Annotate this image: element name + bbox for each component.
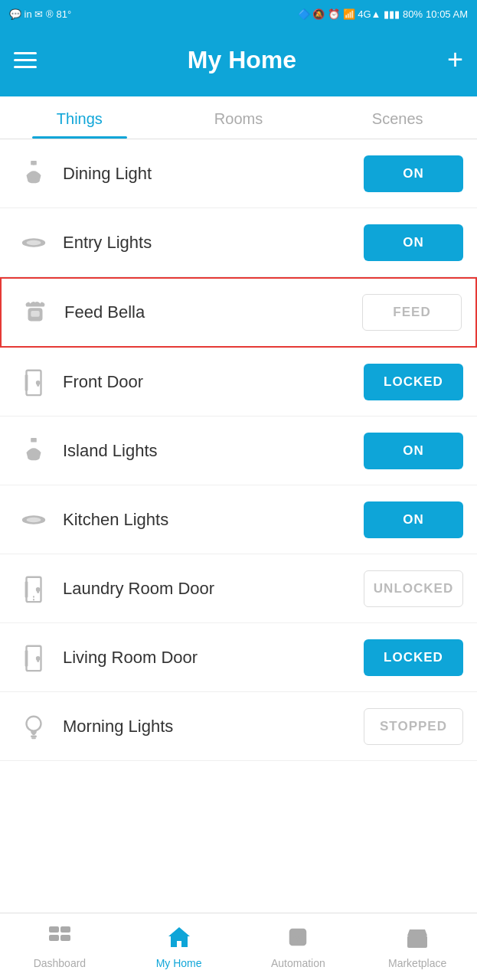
- device-btn-kitchen-lights[interactable]: ON: [364, 501, 463, 538]
- tab-things[interactable]: Things: [0, 96, 159, 139]
- svg-rect-10: [25, 374, 28, 390]
- device-name-island-lights: Island Lights: [54, 441, 364, 461]
- device-btn-living-room-door[interactable]: LOCKED: [364, 639, 463, 676]
- device-name-front-door: Front Door: [54, 372, 364, 392]
- nav-item-dashboard[interactable]: Dashboard: [0, 913, 119, 980]
- tab-scenes[interactable]: Scenes: [318, 96, 477, 139]
- dashboard-nav-label: Dashboard: [34, 957, 87, 969]
- door-lock-icon-laundry: [14, 574, 54, 603]
- device-btn-island-lights[interactable]: ON: [364, 433, 463, 469]
- ceiling-light-icon-2: [14, 436, 54, 466]
- svg-rect-29: [60, 935, 70, 941]
- connectivity-icons: 🔷 🔕 ⏰ 📶 4G▲ ▮▮▮: [298, 8, 400, 20]
- tab-rooms[interactable]: Rooms: [159, 96, 319, 139]
- svg-rect-25: [31, 737, 36, 739]
- svg-point-4: [27, 240, 41, 245]
- ceiling-light-icon: [14, 159, 54, 188]
- device-list: Dining Light ON Entry Lights ON Feed Bel…: [0, 139, 477, 761]
- dashboard-icon: [47, 925, 72, 952]
- status-left: 💬 in ✉ ® 81°: [9, 8, 71, 20]
- device-item-laundry-room-door: Laundry Room Door UNLOCKED: [0, 554, 477, 623]
- device-name-entry-lights: Entry Lights: [54, 233, 364, 253]
- bottom-nav: Dashboard My Home Automation Mar: [0, 913, 477, 980]
- status-icons: 💬 in ✉ ®: [9, 8, 54, 20]
- nav-item-my-home[interactable]: My Home: [119, 913, 239, 980]
- my-home-nav-label: My Home: [156, 957, 202, 969]
- svg-rect-24: [31, 735, 37, 737]
- marketplace-nav-label: Marketplace: [388, 957, 446, 969]
- device-item-entry-lights: Entry Lights ON: [0, 208, 477, 277]
- svg-rect-32: [414, 939, 420, 945]
- svg-rect-18: [25, 581, 28, 597]
- device-item-living-room-door: Living Room Door LOCKED: [0, 623, 477, 692]
- device-btn-morning-lights[interactable]: STOPPED: [364, 708, 463, 745]
- device-btn-dining-light[interactable]: ON: [364, 155, 463, 192]
- tabs-bar: Things Rooms Scenes: [0, 96, 477, 139]
- device-btn-front-door[interactable]: LOCKED: [364, 364, 463, 400]
- panel-light-icon: [14, 228, 54, 257]
- automation-icon: [286, 925, 310, 952]
- device-item-island-lights: Island Lights ON: [0, 416, 477, 485]
- add-button[interactable]: +: [447, 46, 463, 74]
- bulb-icon: [14, 712, 54, 741]
- marketplace-icon: [405, 925, 430, 952]
- pet-feeder-icon: [15, 298, 55, 327]
- automation-nav-label: Automation: [271, 957, 325, 969]
- svg-point-1: [28, 178, 39, 183]
- hamburger-menu[interactable]: [14, 52, 37, 68]
- svg-rect-28: [60, 926, 70, 933]
- door-lock-icon-living: [14, 643, 54, 672]
- time-display: 10:05 AM: [426, 8, 468, 20]
- status-right: 🔷 🔕 ⏰ 📶 4G▲ ▮▮▮ 80% 10:05 AM: [298, 8, 468, 20]
- svg-rect-9: [37, 382, 39, 386]
- device-name-morning-lights: Morning Lights: [54, 717, 364, 737]
- svg-rect-17: [37, 589, 39, 593]
- svg-rect-30: [290, 929, 305, 945]
- header: My Home +: [0, 28, 477, 96]
- home-icon: [167, 925, 191, 952]
- device-item-front-door: Front Door LOCKED: [0, 348, 477, 416]
- device-name-laundry-room-door: Laundry Room Door: [54, 579, 364, 599]
- device-btn-laundry-room-door[interactable]: UNLOCKED: [364, 570, 463, 607]
- header-title: My Home: [188, 46, 296, 74]
- nav-item-automation[interactable]: Automation: [239, 913, 358, 980]
- svg-rect-21: [37, 658, 39, 662]
- device-name-living-room-door: Living Room Door: [54, 648, 364, 668]
- status-bar: 💬 in ✉ ® 81° 🔷 🔕 ⏰ 📶 4G▲ ▮▮▮ 80% 10:05 A…: [0, 0, 477, 28]
- svg-rect-11: [31, 437, 37, 442]
- device-name-dining-light: Dining Light: [54, 164, 364, 184]
- svg-rect-6: [31, 311, 39, 317]
- temp-display: 81°: [57, 8, 72, 20]
- device-btn-feed-bella[interactable]: FEED: [362, 294, 462, 331]
- device-name-feed-bella: Feed Bella: [55, 302, 362, 322]
- device-item-kitchen-lights: Kitchen Lights ON: [0, 485, 477, 554]
- device-name-kitchen-lights: Kitchen Lights: [54, 510, 364, 530]
- svg-point-14: [27, 517, 41, 522]
- svg-point-12: [28, 456, 39, 460]
- svg-rect-27: [49, 935, 59, 941]
- svg-point-23: [27, 716, 41, 730]
- battery-display: 80%: [403, 8, 423, 20]
- device-item-dining-light: Dining Light ON: [0, 139, 477, 208]
- door-lock-icon-front: [14, 368, 54, 397]
- device-btn-entry-lights[interactable]: ON: [364, 224, 463, 261]
- device-item-feed-bella: Feed Bella FEED: [0, 277, 477, 348]
- svg-rect-22: [25, 650, 28, 666]
- panel-light-icon-2: [14, 505, 54, 534]
- nav-item-marketplace[interactable]: Marketplace: [358, 913, 477, 980]
- device-item-morning-lights: Morning Lights STOPPED: [0, 692, 477, 761]
- svg-rect-26: [49, 926, 59, 933]
